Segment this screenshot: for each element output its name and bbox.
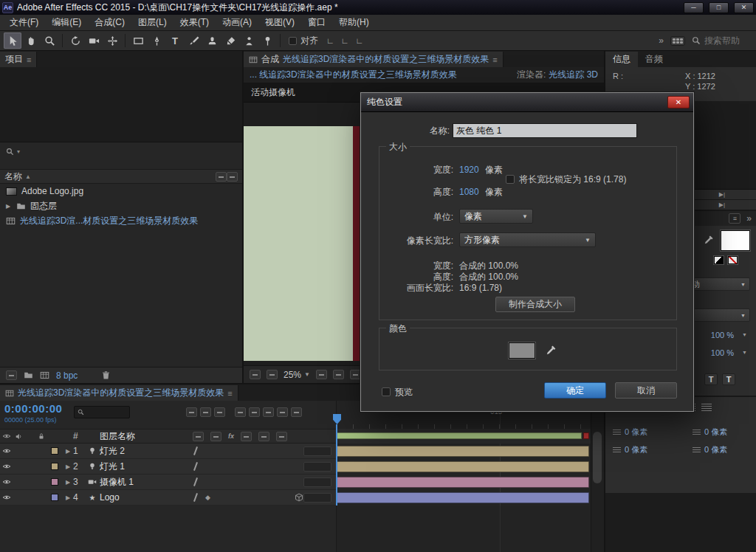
- eye-icon[interactable]: [2, 462, 11, 471]
- label-color-chip[interactable]: [51, 447, 58, 455]
- renderer-button[interactable]: 光线追踪 3D: [549, 69, 598, 81]
- collapse-switch-icon[interactable]: [210, 432, 221, 441]
- timeline-search[interactable]: [74, 406, 130, 418]
- caret-down-icon[interactable]: ▼: [742, 350, 747, 355]
- grid-guides-icon[interactable]: [316, 370, 327, 379]
- timeline-scrollbar-thumb[interactable]: [593, 432, 602, 483]
- faux-italic-toggle[interactable]: T: [722, 373, 735, 385]
- timeline-scroll-column[interactable]: [591, 490, 604, 506]
- make-comp-size-button[interactable]: 制作合成大小: [495, 297, 575, 312]
- vertical-scale-value[interactable]: 100 %: [711, 331, 734, 339]
- eye-icon[interactable]: [2, 446, 11, 455]
- layer-name[interactable]: 灯光 2: [100, 445, 193, 458]
- zoom-tool[interactable]: [41, 32, 58, 49]
- puppet-pin-tool[interactable]: [258, 32, 276, 49]
- quality-switch-icon[interactable]: [193, 478, 199, 486]
- brush-tool[interactable]: [185, 32, 202, 49]
- lock-column-icon[interactable]: [38, 432, 45, 440]
- quality-switch-icon[interactable]: [193, 447, 199, 455]
- layer-row-camera[interactable]: ▶ 3 摄像机 1: [0, 475, 337, 490]
- tab-composition[interactable]: 合成 光线追踪3D渲染器中的材质设置之三维场景材质效果 ≡: [244, 52, 504, 67]
- motion-blur-switch-icon[interactable]: [258, 432, 269, 441]
- mask-visibility-icon[interactable]: [333, 370, 344, 379]
- layer-track[interactable]: [337, 459, 591, 475]
- expand-arrow-icon[interactable]: ▶: [63, 479, 73, 486]
- parent-dropdown[interactable]: [303, 493, 331, 503]
- brainstorm-icon[interactable]: [263, 407, 274, 417]
- project-item-folder[interactable]: ▶ 固态层: [0, 199, 242, 213]
- hide-shy-layers-icon[interactable]: [214, 407, 225, 417]
- parent-dropdown[interactable]: [303, 477, 331, 487]
- project-search[interactable]: ▾: [0, 142, 242, 160]
- bit-depth-button[interactable]: 8 bpc: [56, 370, 78, 381]
- eye-icon[interactable]: [2, 477, 11, 486]
- solid-color-swatch[interactable]: [509, 342, 535, 359]
- lock-aspect-checkbox[interactable]: [506, 175, 515, 184]
- panel-overflow-icon[interactable]: »: [746, 213, 752, 224]
- magnification-dropdown[interactable]: 25% ▼: [284, 370, 310, 380]
- auto-keyframe-icon[interactable]: [277, 407, 288, 417]
- video-column-eye-icon[interactable]: [2, 432, 11, 441]
- cancel-button[interactable]: 取消: [615, 382, 677, 399]
- project-flowchart-icon[interactable]: [6, 370, 17, 380]
- current-time-display[interactable]: 0:00:00:00: [4, 402, 62, 415]
- menu-animation[interactable]: 动画(A): [216, 15, 258, 30]
- faux-bold-toggle[interactable]: T: [704, 373, 718, 385]
- always-preview-icon[interactable]: [250, 370, 261, 379]
- 3d-cube-switch-icon[interactable]: [295, 493, 303, 502]
- hand-tool[interactable]: [22, 32, 40, 49]
- orbit-camera-tool[interactable]: [66, 32, 84, 49]
- eyedropper-icon[interactable]: [704, 234, 715, 245]
- expand-arrow-icon[interactable]: ▶: [63, 463, 73, 470]
- layer-duration-bar[interactable]: [337, 446, 589, 457]
- project-column-header[interactable]: 名称 ▲: [0, 169, 242, 184]
- work-area-bar[interactable]: [337, 432, 582, 439]
- dialog-title-bar[interactable]: 纯色设置 ✕: [361, 93, 693, 112]
- active-camera-dropdown[interactable]: 活动摄像机: [251, 86, 295, 99]
- panel-menu-icon[interactable]: ≡: [492, 55, 497, 64]
- black-white-swatch[interactable]: [714, 256, 724, 264]
- no-stroke-swatch[interactable]: [728, 256, 738, 264]
- current-time-indicator-line[interactable]: [336, 424, 337, 506]
- motion-blur-icon[interactable]: [249, 407, 260, 417]
- menu-layer[interactable]: 图层(L): [131, 15, 173, 30]
- tab-audio[interactable]: 音频: [638, 52, 670, 67]
- pixel-aspect-dropdown[interactable]: 方形像素 ▼: [459, 232, 596, 247]
- indent-right-value[interactable]: 0 像素: [704, 427, 727, 438]
- menu-help[interactable]: 帮助(H): [332, 15, 376, 30]
- project-item-composition[interactable]: 光线追踪3D渲...材质设置之三维场景材质效果: [0, 213, 242, 228]
- audio-column-speaker-icon[interactable]: [15, 432, 23, 441]
- label-color-chip[interactable]: [51, 478, 58, 486]
- parent-dropdown[interactable]: [303, 462, 331, 472]
- close-button[interactable]: ✕: [734, 2, 754, 13]
- 3d-switch-column-icon[interactable]: [276, 432, 287, 441]
- graph-editor-icon[interactable]: [291, 407, 302, 417]
- shy-switch-icon[interactable]: [193, 432, 204, 441]
- first-line-indent-value[interactable]: 0 像素: [625, 444, 647, 455]
- frame-blending-icon[interactable]: [235, 407, 246, 417]
- selection-tool[interactable]: [4, 32, 21, 49]
- new-folder-button[interactable]: [24, 370, 33, 380]
- view-axis-mode-icon[interactable]: ∟: [353, 36, 367, 45]
- layer-track[interactable]: [337, 475, 591, 490]
- quality-switch-icon[interactable]: [193, 494, 199, 501]
- search-options-caret-icon[interactable]: ▾: [17, 148, 20, 155]
- preview-checkbox[interactable]: [382, 387, 391, 396]
- justify-last-right-icon[interactable]: [701, 404, 712, 411]
- layer-name[interactable]: 摄像机 1: [100, 476, 193, 489]
- fx-switch-icon[interactable]: fx: [228, 432, 234, 440]
- label-color-chip[interactable]: [51, 463, 58, 470]
- panel-menu-icon[interactable]: ≡: [27, 55, 31, 64]
- help-search-input[interactable]: [704, 35, 756, 46]
- world-axis-mode-icon[interactable]: ∟: [338, 36, 352, 45]
- roto-brush-tool[interactable]: [240, 32, 258, 49]
- layer-duration-bar[interactable]: [337, 492, 589, 503]
- label-color-chip[interactable]: [51, 494, 58, 501]
- project-search-input[interactable]: [23, 146, 236, 156]
- tab-project[interactable]: 项目 ≡: [0, 52, 37, 67]
- local-axis-mode-icon[interactable]: ∟: [323, 36, 337, 45]
- quality-switch-icon[interactable]: [193, 463, 199, 470]
- horizontal-scale-value[interactable]: 100 %: [711, 348, 734, 357]
- menu-effect[interactable]: 效果(T): [173, 15, 216, 30]
- comp-marker[interactable]: [583, 432, 589, 439]
